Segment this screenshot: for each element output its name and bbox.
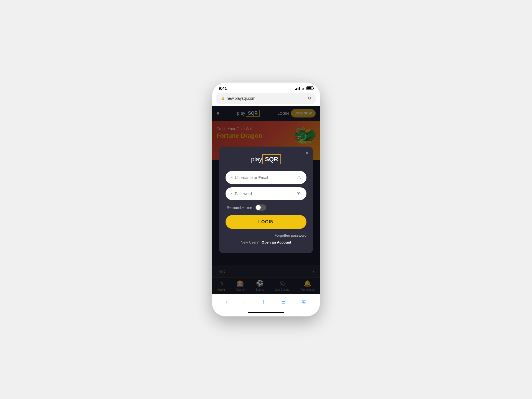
modal-logo-sqr: SQR: [262, 154, 281, 164]
new-user-row: New User? Open an Account: [226, 240, 306, 244]
url-label: new.playsqr.com: [227, 96, 255, 101]
modal-logo: playSQR: [226, 154, 306, 164]
home-indicator: [212, 308, 320, 316]
password-asterisk: *: [231, 191, 232, 196]
password-input[interactable]: [235, 191, 296, 196]
ios-bottom-bar: ‹ › ↑ ⊟ ⧉: [212, 294, 320, 308]
error-icon: ⚠: [297, 175, 301, 180]
lock-icon: 🔒: [221, 96, 225, 100]
tabs-button[interactable]: ⧉: [299, 297, 310, 306]
battery-icon: [306, 86, 313, 90]
modal-logo-play: play: [251, 156, 262, 163]
forward-button[interactable]: ›: [241, 297, 249, 306]
back-button[interactable]: ‹: [222, 297, 231, 306]
wifi-icon: ▲: [301, 86, 305, 90]
remember-label: Remember me: [227, 205, 252, 210]
url-bar[interactable]: 🔒 new.playsqr.com ↻: [216, 93, 316, 104]
signal-icon: [295, 87, 300, 90]
new-user-text: New User?: [241, 240, 259, 244]
bookmark-button[interactable]: ⊟: [278, 297, 289, 306]
toggle-visibility-icon[interactable]: 👁: [296, 191, 301, 196]
modal-close-button[interactable]: ×: [305, 150, 309, 156]
status-bar: 9:41 ▲: [212, 83, 320, 93]
status-icons: ▲: [295, 86, 313, 90]
remember-toggle[interactable]: [255, 204, 266, 211]
username-asterisk: *: [231, 175, 232, 180]
toggle-knob: [256, 205, 261, 210]
share-button[interactable]: ↑: [259, 297, 268, 306]
phone-frame: 9:41 ▲ 🔒 new.playsqr.com ↻ ≡ play SQR: [212, 83, 320, 316]
login-modal: × playSQR * ⚠ * 👁: [219, 147, 313, 253]
username-field-container: * ⚠: [226, 171, 306, 184]
home-bar: [248, 312, 284, 313]
login-submit-button[interactable]: LOGIN: [226, 215, 306, 229]
content-area: ≡ play SQR LOGIN JOIN NOW ◇ ◇ Catch Your…: [212, 106, 320, 294]
url-text: 🔒 new.playsqr.com: [221, 96, 255, 101]
remember-row: Remember me: [226, 203, 306, 215]
forgotten-password-link[interactable]: Forgotten password: [226, 233, 306, 237]
username-input[interactable]: [235, 175, 297, 180]
status-time: 9:41: [219, 86, 227, 91]
modal-overlay: × playSQR * ⚠ * 👁: [212, 106, 320, 294]
refresh-icon[interactable]: ↻: [308, 96, 311, 101]
open-account-link[interactable]: Open an Account: [262, 240, 291, 244]
password-field-container: * 👁: [226, 187, 306, 200]
